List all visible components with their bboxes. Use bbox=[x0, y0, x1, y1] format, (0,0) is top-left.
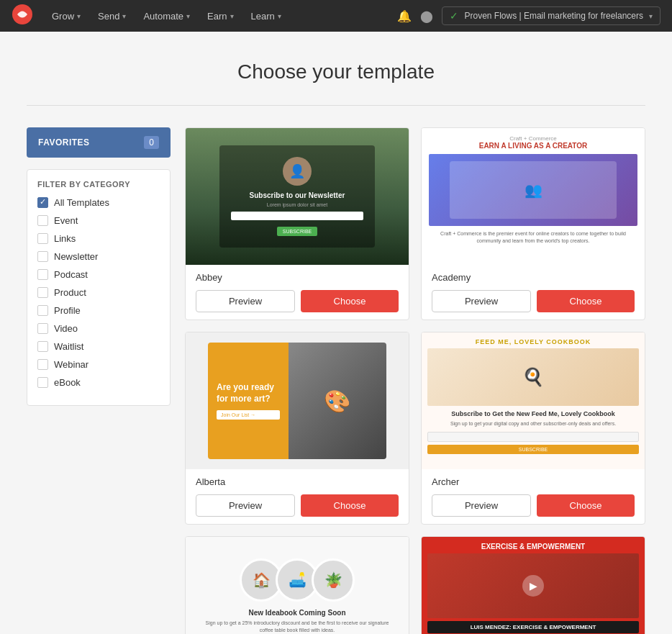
workspace-selector[interactable]: ✓ Proven Flows | Email marketing for fre… bbox=[442, 6, 660, 25]
nav-grow-label: Grow bbox=[52, 11, 74, 22]
nav-right-area: 🔔 ⬤ ✓ Proven Flows | Email marketing for… bbox=[397, 6, 660, 25]
filter-checkbox-links[interactable] bbox=[37, 233, 48, 244]
academy-preview-button[interactable]: Preview bbox=[432, 290, 531, 312]
favorites-count: 0 bbox=[144, 136, 159, 149]
nav-menu: Grow ▾ Send ▾ Automate ▾ Earn ▾ Learn ▾ bbox=[45, 6, 397, 26]
alberta-preview-button[interactable]: Preview bbox=[196, 494, 295, 517]
filter-label-product: Product bbox=[54, 287, 86, 298]
filter-box: FILTER BY CATEGORY All Templates Event L… bbox=[27, 169, 171, 406]
learn-chevron-icon: ▾ bbox=[278, 12, 281, 20]
nav-item-earn[interactable]: Earn ▾ bbox=[200, 6, 240, 26]
template-thumb-academy: Craft + Commerce EARN A LIVING AS A CREA… bbox=[422, 128, 645, 265]
belmont-circles: 🏠 🛋️ 🪴 bbox=[204, 558, 391, 602]
template-card-alberta: Are you ready for more art? Join Our Lis… bbox=[185, 332, 409, 525]
academy-image: 👥 bbox=[429, 154, 637, 226]
biltmore-footer-name: LUIS MENDEZ: EXERCISE & EMPOWERMENT bbox=[430, 624, 636, 630]
biltmore-image: ▶ bbox=[427, 553, 639, 618]
filter-label-all: All Templates bbox=[54, 197, 109, 208]
earn-chevron-icon: ▾ bbox=[230, 12, 234, 20]
academy-desc: Craft + Commerce is the premier event fo… bbox=[429, 230, 637, 245]
filter-checkbox-webinar[interactable] bbox=[37, 359, 48, 370]
alberta-actions: Preview Choose bbox=[196, 494, 399, 517]
nav-item-grow[interactable]: Grow ▾ bbox=[45, 6, 88, 26]
page-title: Choose your template bbox=[27, 60, 645, 83]
filter-newsletter[interactable]: Newsletter bbox=[37, 251, 160, 262]
filter-checkbox-waitlist[interactable] bbox=[37, 341, 48, 352]
archer-choose-button[interactable]: Choose bbox=[537, 494, 635, 517]
abbey-title: Subscribe to our Newsletter bbox=[231, 191, 363, 199]
academy-headline: EARN A LIVING AS A CREATOR bbox=[429, 142, 637, 150]
filter-profile[interactable]: Profile bbox=[37, 305, 160, 316]
filter-links[interactable]: Links bbox=[37, 233, 160, 244]
template-card-academy: Craft + Commerce EARN A LIVING AS A CREA… bbox=[421, 127, 645, 320]
filter-all-templates[interactable]: All Templates bbox=[37, 197, 160, 208]
abbey-avatar: 👤 bbox=[283, 157, 312, 186]
filter-label-profile: Profile bbox=[54, 305, 81, 316]
send-chevron-icon: ▾ bbox=[122, 12, 126, 20]
filter-event[interactable]: Event bbox=[37, 215, 160, 226]
academy-craft-label: Craft + Commerce bbox=[429, 135, 637, 142]
sidebar: FAVORITES 0 FILTER BY CATEGORY All Templ… bbox=[27, 127, 171, 634]
abbey-text: Lorem ipsum dolor sit amet bbox=[231, 202, 363, 207]
academy-top: Craft + Commerce EARN A LIVING AS A CREA… bbox=[429, 135, 637, 150]
abbey-preview-button[interactable]: Preview bbox=[196, 290, 295, 312]
filter-checkbox-ebook[interactable] bbox=[37, 377, 48, 388]
filter-checkbox-event[interactable] bbox=[37, 215, 48, 226]
academy-img-inner: 👥 bbox=[450, 161, 617, 219]
filter-webinar[interactable]: Webinar bbox=[37, 359, 160, 370]
belmont-inner: 🏠 🛋️ 🪴 New Ideabook Coming Soon Sign up … bbox=[204, 558, 391, 634]
nav-send-label: Send bbox=[98, 11, 119, 22]
template-card-belmont: 🏠 🛋️ 🪴 New Ideabook Coming Soon Sign up … bbox=[185, 536, 409, 634]
nav-automate-label: Automate bbox=[143, 11, 183, 22]
nav-item-automate[interactable]: Automate ▾ bbox=[136, 6, 197, 26]
filter-video[interactable]: Video bbox=[37, 323, 160, 334]
belmont-text: Sign up to get a 25% introductory discou… bbox=[204, 620, 391, 634]
abbey-info: Abbey Preview Choose bbox=[186, 265, 409, 320]
nav-learn-label: Learn bbox=[251, 11, 275, 22]
logo[interactable] bbox=[12, 4, 45, 28]
favorites-label: FAVORITES bbox=[38, 137, 90, 148]
alberta-btn: Join Our List → bbox=[217, 410, 280, 420]
archer-preview-button[interactable]: Preview bbox=[432, 494, 531, 517]
filter-label-video: Video bbox=[54, 323, 78, 334]
filter-checkbox-all[interactable] bbox=[37, 197, 48, 208]
main-content: Choose your template FAVORITES 0 FILTER … bbox=[12, 32, 660, 634]
abbey-name: Abbey bbox=[196, 272, 399, 283]
filter-checkbox-newsletter[interactable] bbox=[37, 251, 48, 262]
nav-item-learn[interactable]: Learn ▾ bbox=[244, 6, 289, 26]
belmont-circle-3: 🪴 bbox=[312, 558, 355, 602]
check-icon: ✓ bbox=[450, 10, 458, 22]
grow-chevron-icon: ▾ bbox=[77, 12, 81, 20]
nav-item-send[interactable]: Send ▾ bbox=[91, 6, 133, 26]
search-icon[interactable]: ⬤ bbox=[420, 9, 433, 23]
filter-checkbox-product[interactable] bbox=[37, 287, 48, 298]
belmont-title: New Ideabook Coming Soon bbox=[204, 609, 391, 617]
abbey-btn: SUBSCRIBE bbox=[277, 227, 317, 236]
divider bbox=[27, 105, 645, 106]
filter-label-links: Links bbox=[54, 233, 76, 244]
archer-image: 🍳 bbox=[427, 348, 639, 406]
archer-header: FEED ME, LOVELY COOKBOOK bbox=[427, 338, 639, 345]
alberta-right: 🎨 bbox=[289, 343, 386, 459]
filter-label-event: Event bbox=[54, 215, 78, 226]
archer-input bbox=[427, 432, 639, 442]
biltmore-footer: LUIS MENDEZ: EXERCISE & EMPOWERMENT bbox=[427, 621, 639, 633]
favorites-box[interactable]: FAVORITES 0 bbox=[27, 127, 171, 158]
alberta-info: Alberta Preview Choose bbox=[186, 469, 409, 524]
filter-product[interactable]: Product bbox=[37, 287, 160, 298]
academy-choose-button[interactable]: Choose bbox=[537, 290, 635, 312]
archer-btn: SUBSCRIBE bbox=[427, 445, 639, 454]
alberta-choose-button[interactable]: Choose bbox=[301, 494, 399, 517]
filter-podcast[interactable]: Podcast bbox=[37, 269, 160, 280]
notifications-icon[interactable]: 🔔 bbox=[397, 9, 412, 23]
filter-checkbox-profile[interactable] bbox=[37, 305, 48, 316]
workspace-label: Proven Flows | Email marketing for freel… bbox=[464, 11, 643, 21]
alberta-headline: Are you ready for more art? bbox=[217, 382, 280, 404]
filter-checkbox-podcast[interactable] bbox=[37, 269, 48, 280]
alberta-img: 🎨 bbox=[289, 343, 386, 459]
filter-waitlist[interactable]: Waitlist bbox=[37, 341, 160, 352]
abbey-choose-button[interactable]: Choose bbox=[301, 290, 399, 312]
filter-ebook[interactable]: eBook bbox=[37, 377, 160, 388]
filter-checkbox-video[interactable] bbox=[37, 323, 48, 334]
template-thumb-abbey: 👤 Subscribe to our Newsletter Lorem ipsu… bbox=[186, 128, 409, 265]
